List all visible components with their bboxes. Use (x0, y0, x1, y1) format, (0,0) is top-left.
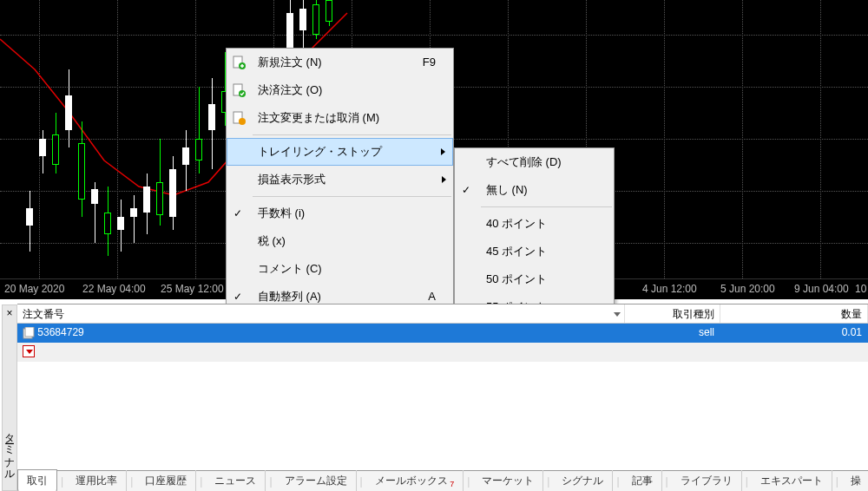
tab-2[interactable]: 口座履歴 (136, 470, 196, 491)
alert-down-icon (23, 345, 35, 357)
document-gear-icon (232, 111, 246, 125)
tab-1[interactable]: 運用比率 (67, 470, 127, 491)
menu-separator (253, 196, 451, 197)
tab-11[interactable]: 操 (842, 470, 868, 491)
menu-close-order[interactable]: 決済注文 (O) (227, 76, 453, 104)
submenu-none[interactable]: ✓ 無し (N) (455, 176, 614, 204)
terminal-panel: × ターミナル 注文番号 取引種別 数量 53684729 sell 0.01 … (17, 304, 868, 491)
tab-separator: | (266, 475, 275, 491)
order-icon (23, 327, 35, 339)
document-plus-icon (232, 56, 246, 69)
xaxis-tick: 4 Jun 12:00 (642, 283, 697, 295)
order-type: sell (699, 326, 714, 338)
check-icon: ✓ (233, 200, 242, 227)
tab-separator: | (742, 475, 752, 491)
xaxis-tick: 25 May 12:00 (161, 283, 224, 295)
check-icon: ✓ (462, 176, 470, 204)
submenu-50pt[interactable]: 50 ポイント (455, 265, 614, 293)
menu-profit-display[interactable]: 損益表示形式 (227, 166, 453, 193)
submenu-arrow-icon (441, 148, 445, 155)
menu-label: 新規注文 (N) (258, 56, 322, 69)
submenu-45pt[interactable]: 45 ポイント (455, 238, 614, 265)
menu-label: 損益表示形式 (258, 173, 326, 186)
submenu-arrow-icon (442, 176, 446, 183)
menu-label: 50 ポイント (486, 272, 547, 285)
svg-point-5 (239, 118, 246, 125)
tab-0[interactable]: 取引 (17, 469, 57, 491)
menu-comment[interactable]: コメント (C) (227, 255, 453, 283)
menu-label: 無し (N) (486, 183, 528, 196)
tab-6[interactable]: マーケット (473, 470, 543, 491)
menu-label: 注文変更または取消 (M) (258, 111, 379, 124)
menu-label: 決済注文 (O) (258, 83, 322, 96)
tab-10[interactable]: エキスパート (752, 470, 832, 491)
order-id: 53684729 (37, 326, 83, 338)
tab-separator: | (832, 475, 842, 491)
svg-rect-7 (25, 327, 34, 337)
submenu-40pt[interactable]: 40 ポイント (455, 210, 614, 238)
order-row[interactable]: 53684729 sell 0.01 (17, 324, 868, 343)
menu-label: コメント (C) (258, 262, 322, 275)
col-label: 取引種別 (673, 308, 714, 320)
close-icon[interactable]: × (3, 307, 16, 319)
menu-label: 手数料 (i) (258, 206, 305, 219)
col-order-number[interactable]: 注文番号 (17, 304, 625, 323)
context-menu: 新規注文 (N) F9 決済注文 (O) 注文変更または取消 (M) トレイリン… (226, 48, 454, 339)
tab-8[interactable]: 記事 (623, 470, 662, 491)
tab-separator: | (464, 475, 473, 491)
col-label: 注文番号 (23, 308, 64, 320)
orders-table-header: 注文番号 取引種別 数量 (17, 304, 868, 324)
document-check-icon (232, 83, 246, 97)
tab-separator: | (57, 475, 67, 491)
tab-4[interactable]: アラーム設定 (276, 470, 357, 491)
menu-separator (253, 134, 451, 135)
tab-5[interactable]: メールボックス 7 (366, 470, 464, 491)
xaxis-tick: 5 Jun 20:00 (720, 283, 775, 295)
xaxis-tick: 22 May 04:00 (82, 283, 146, 295)
xaxis-tick: 10 Jun (855, 283, 868, 295)
terminal-side-label: × ターミナル (2, 304, 17, 491)
tab-separator: | (196, 475, 206, 491)
xaxis-tick: 9 Jun 04:00 (794, 283, 849, 295)
tab-separator: | (543, 475, 553, 491)
tab-separator: | (662, 475, 672, 491)
tab-separator: | (357, 475, 366, 491)
terminal-label-text: ターミナル (3, 426, 16, 475)
menu-commission[interactable]: ✓ 手数料 (i) (227, 200, 453, 227)
order-qty: 0.01 (842, 326, 862, 338)
tab-3[interactable]: ニュース (206, 470, 266, 491)
submenu-delete-all[interactable]: すべて削除 (D) (455, 148, 614, 176)
menu-separator (481, 206, 612, 207)
terminal-tabs: 取引|運用比率|口座履歴|ニュース|アラーム設定|メールボックス 7|マーケット… (17, 470, 868, 491)
menu-label: 自動整列 (A) (258, 290, 321, 303)
col-quantity[interactable]: 数量 (720, 304, 868, 323)
menu-tax[interactable]: 税 (x) (227, 227, 453, 255)
menu-new-order[interactable]: 新規注文 (N) F9 (227, 49, 453, 76)
xaxis-tick: 20 May 2020 (4, 283, 64, 295)
tab-9[interactable]: ライブラリ (672, 470, 742, 491)
badge-icon: 7 (448, 480, 455, 488)
menu-label: トレイリング・ストップ (258, 145, 382, 158)
tab-separator: | (127, 475, 136, 491)
tab-separator: | (613, 475, 622, 491)
tab-7[interactable]: シグナル (553, 470, 613, 491)
col-label: 数量 (841, 308, 862, 320)
menu-label: 税 (x) (258, 234, 286, 247)
menu-label: すべて削除 (D) (486, 155, 562, 168)
menu-label: 45 ポイント (486, 245, 547, 258)
menu-shortcut: F9 (423, 49, 436, 76)
col-trade-type[interactable]: 取引種別 (625, 304, 720, 323)
alert-row[interactable] (17, 343, 868, 362)
menu-label: 40 ポイント (486, 217, 547, 230)
menu-modify-order[interactable]: 注文変更または取消 (M) (227, 104, 453, 132)
menu-trailing-stop[interactable]: トレイリング・ストップ (227, 138, 453, 166)
